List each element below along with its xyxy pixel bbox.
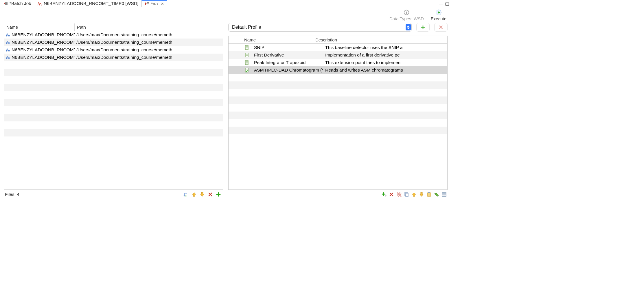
svg-marker-0 [4, 2, 5, 5]
minimize-icon[interactable] [439, 2, 443, 5]
info-icon [403, 9, 410, 16]
table-row[interactable] [229, 96, 447, 104]
header-toolbar: Data Types: WSD Execute [0, 7, 451, 23]
cell-name: Peak Integrator Trapezoid [252, 60, 323, 65]
table-row[interactable]: ASM HPLC-DAD Chromatogram (*.json)Reads … [229, 66, 447, 74]
svg-marker-4 [145, 2, 147, 5]
copy-button[interactable] [404, 192, 409, 197]
cell-name: SNIP [252, 45, 323, 50]
svg-rect-38 [428, 192, 430, 193]
table-row[interactable] [4, 129, 223, 136]
table-row[interactable]: N6BENZYLADOONB_RNCOMT_TIME3/Users/max/Do… [4, 54, 223, 61]
table-row[interactable] [229, 89, 447, 96]
chromatogram-icon [37, 1, 42, 6]
right-footer [228, 190, 448, 198]
execute-label: Execute [431, 16, 446, 21]
table-row[interactable] [4, 69, 223, 76]
cell-name: First Derivative [252, 52, 323, 58]
table-row[interactable] [229, 104, 447, 112]
method-icon [242, 68, 252, 72]
methods-table: Name Description SNIPThis baseline detec… [228, 36, 448, 190]
add-method-button[interactable] [381, 192, 387, 197]
cell-path: /Users/max/Documents/training_course/mem… [75, 32, 223, 37]
move-up-button[interactable] [411, 192, 417, 197]
tab-aa[interactable]: *aa ✕ [141, 0, 167, 7]
table-row[interactable] [4, 84, 223, 91]
method-icon [242, 45, 252, 50]
files-table: Name Path N6BENZYLADOONB_RNCOMT_TIME0/Us… [4, 23, 223, 190]
table-row[interactable] [4, 61, 223, 69]
table-row[interactable] [4, 76, 223, 84]
svg-rect-36 [406, 193, 408, 196]
svg-rect-11 [406, 12, 407, 14]
table-row[interactable] [229, 112, 447, 119]
table-row[interactable]: SNIPThis baseline detector uses the SNIP… [229, 44, 447, 51]
play-icon [435, 9, 442, 16]
svg-rect-19 [245, 45, 248, 50]
cell-name: N6BENZYLADOONB_RNCOMT_TIME3 [4, 55, 75, 60]
svg-marker-17 [407, 25, 410, 27]
svg-text:z: z [185, 195, 187, 197]
column-header-name[interactable]: Name [242, 36, 313, 43]
table-row[interactable]: Peak Integrator TrapezoidThis extension … [229, 59, 447, 66]
method-icon [242, 60, 252, 65]
cell-name: N6BENZYLADOONB_RNCOMT_TIME2 [4, 47, 75, 52]
paste-button[interactable] [426, 192, 432, 197]
profile-add-button[interactable] [416, 23, 430, 32]
table-row[interactable] [229, 119, 447, 127]
remove-method-button[interactable] [389, 192, 394, 197]
table-row[interactable]: N6BENZYLADOONB_RNCOMT_TIME0/Users/max/Do… [4, 31, 223, 39]
select-updown-icon [406, 24, 411, 30]
cell-name: N6BENZYLADOONB_RNCOMT_TIME1 [4, 40, 75, 45]
window-controls [439, 0, 451, 7]
remove-button[interactable] [207, 192, 213, 197]
cell-description: This baseline detector uses the SNIP a [323, 45, 447, 50]
tab-bar: *Batch Job N6BENZYLADOONB_RNCOMT_TIME0 [… [0, 0, 451, 7]
table-row[interactable] [4, 136, 223, 144]
table-row[interactable] [229, 127, 447, 134]
app-window: *Batch Job N6BENZYLADOONB_RNCOMT_TIME0 [… [0, 0, 451, 201]
move-down-button[interactable] [419, 192, 424, 197]
table-row[interactable] [4, 106, 223, 114]
tag-button[interactable] [434, 192, 439, 197]
method-icon [242, 53, 252, 57]
data-types-button[interactable]: Data Types: WSD [389, 9, 424, 21]
execute-button[interactable]: Execute [431, 9, 446, 21]
close-icon[interactable]: ✕ [161, 2, 164, 6]
tab-batch-job[interactable]: *Batch Job [0, 0, 34, 7]
column-header-name[interactable]: Name [4, 23, 75, 31]
svg-rect-23 [245, 53, 248, 57]
remove-all-button[interactable] [396, 192, 402, 197]
table-row[interactable] [4, 99, 223, 106]
profile-delete-button[interactable] [434, 23, 448, 32]
tab-chromatogram[interactable]: N6BENZYLADOONB_RNCOMT_TIME0 [WSD] [34, 0, 141, 7]
table-row[interactable] [4, 91, 223, 99]
cell-name: N6BENZYLADOONB_RNCOMT_TIME0 [4, 32, 75, 37]
table-row[interactable] [4, 114, 223, 121]
right-panel: Default Profile Name Descripti [228, 23, 448, 198]
chromatogram-icon [6, 40, 10, 45]
maximize-icon[interactable] [445, 2, 449, 5]
table-row[interactable]: N6BENZYLADOONB_RNCOMT_TIME1/Users/max/Do… [4, 39, 223, 46]
table-row[interactable] [4, 121, 223, 129]
table-row[interactable] [229, 81, 447, 89]
sort-az-button[interactable]: az [183, 192, 189, 197]
cell-description: Implementation of a first derivative pe [323, 52, 447, 58]
table-row[interactable]: N6BENZYLADOONB_RNCOMT_TIME2/Users/max/Do… [4, 46, 223, 54]
svg-text:a: a [185, 192, 187, 194]
table-row[interactable]: First DerivativeImplementation of a firs… [229, 51, 447, 59]
move-down-button[interactable] [199, 192, 205, 197]
profile-select[interactable]: Default Profile [228, 23, 412, 32]
main-split: Name Path N6BENZYLADOONB_RNCOMT_TIME0/Us… [0, 23, 451, 201]
tab-label: N6BENZYLADOONB_RNCOMT_TIME0 [WSD] [44, 1, 138, 6]
add-button[interactable] [216, 192, 221, 197]
move-up-button[interactable] [191, 192, 197, 197]
tab-label: *aa [151, 1, 158, 6]
tab-label: *Batch Job [10, 1, 31, 6]
table-row[interactable] [229, 74, 447, 81]
column-header-path[interactable]: Path [75, 23, 223, 31]
svg-point-44 [443, 194, 443, 194]
column-header-description[interactable]: Description [313, 36, 447, 43]
settings-button[interactable] [441, 192, 447, 197]
cell-path: /Users/max/Documents/training_course/mem… [75, 55, 223, 60]
